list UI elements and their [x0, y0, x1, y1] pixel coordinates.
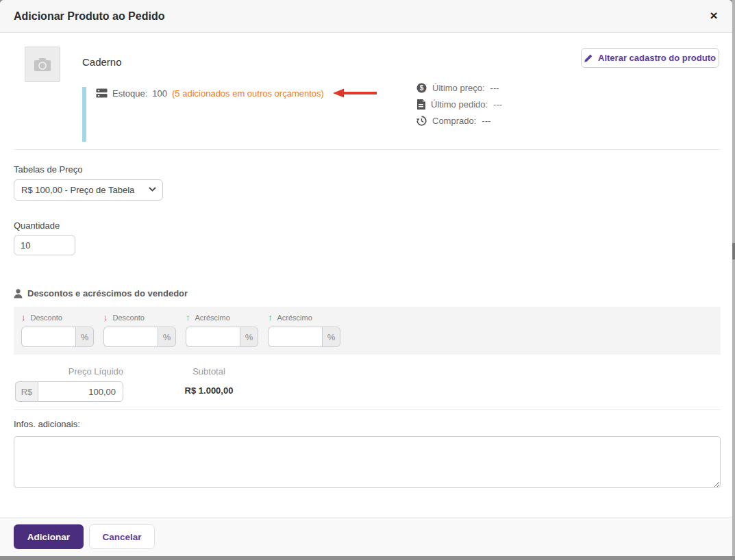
backdrop-edge	[732, 0, 735, 560]
add-product-modal: Adicionar Produto ao Pedido × Caderno Es…	[0, 0, 732, 556]
modal-header: Adicionar Produto ao Pedido ×	[0, 0, 732, 33]
surcharge-field-1: ↑ Acréscimo %	[186, 313, 258, 347]
document-icon	[416, 99, 425, 110]
percent-addon: %	[75, 327, 94, 347]
surcharge-input-1[interactable]	[186, 327, 240, 347]
surcharge-input-2[interactable]	[268, 327, 322, 347]
currency-addon: R$	[15, 381, 38, 402]
last-order-value: ---	[493, 99, 502, 110]
percent-addon: %	[158, 327, 176, 347]
last-order-label: Último pedido:	[431, 99, 488, 110]
subtotal-column: Subtotal R$ 1.000,00	[164, 366, 253, 396]
surcharge-field-2: ↑ Acréscimo %	[268, 313, 340, 347]
close-icon[interactable]: ×	[705, 7, 723, 25]
quantity-input[interactable]	[14, 235, 75, 255]
net-price-input[interactable]	[38, 381, 123, 402]
purchased-row: Comprado: ---	[416, 115, 502, 127]
svg-text:$: $	[420, 84, 424, 92]
add-button[interactable]: Adicionar	[14, 524, 84, 549]
adjustments-heading-text: Descontos e acréscimos do vendedor	[27, 288, 188, 298]
person-icon	[14, 289, 23, 298]
modal-footer: Adicionar Cancelar	[0, 517, 732, 556]
discount-input-1[interactable]	[21, 327, 75, 347]
section-divider	[14, 149, 721, 150]
price-table-select[interactable]: R$ 100,00 - Preço de Tabela	[14, 179, 163, 201]
arrow-down-icon: ↓	[103, 314, 108, 322]
stock-row: Estoque: 100 (5 adicionados em outros or…	[96, 87, 378, 99]
purchased-value: ---	[482, 116, 490, 126]
last-price-row: $ Último preço: ---	[416, 82, 502, 94]
product-history-list: $ Último preço: --- Último pedido: ---	[416, 82, 502, 127]
last-price-label: Último preço:	[432, 83, 485, 93]
last-price-value: ---	[490, 83, 499, 93]
stock-accent-bar	[82, 87, 86, 142]
quantity-label: Quantidade	[14, 220, 60, 231]
annotation-arrow-icon	[333, 88, 378, 98]
pencil-icon	[584, 54, 593, 62]
last-order-row: Último pedido: ---	[416, 99, 502, 110]
history-clock-icon	[416, 116, 427, 126]
product-name: Caderno	[82, 56, 122, 68]
modal-title: Adicionar Produto ao Pedido	[14, 10, 164, 23]
percent-addon: %	[322, 327, 340, 347]
stock-label: Estoque:	[112, 88, 147, 99]
cancel-button[interactable]: Cancelar	[89, 524, 155, 549]
purchased-label: Comprado:	[432, 116, 476, 126]
additional-info-label: Infos. adicionais:	[14, 419, 80, 429]
arrow-up-icon: ↑	[186, 314, 190, 322]
backdrop-edge	[0, 556, 735, 560]
subtotal-value: R$ 1.000,00	[164, 385, 253, 396]
discount-field-2: ↓ Desconto %	[103, 313, 176, 347]
camera-icon	[34, 57, 51, 72]
dollar-circle-icon: $	[416, 83, 427, 93]
stock-value: 100	[152, 88, 167, 99]
percent-addon: %	[240, 327, 258, 347]
arrow-down-icon: ↓	[21, 314, 26, 322]
stock-note-link[interactable]: (5 adicionados em outros orçamentos)	[172, 88, 324, 99]
net-price-column: Preço Líquido R$	[15, 366, 123, 402]
scrollbar-thumb[interactable]	[732, 243, 735, 259]
stock-icon	[96, 88, 108, 99]
discount-field-1: ↓ Desconto %	[21, 313, 94, 347]
adjustments-heading: Descontos e acréscimos do vendedor	[14, 288, 188, 298]
discount-input-2[interactable]	[103, 327, 158, 347]
product-image-placeholder	[25, 47, 60, 82]
subtotal-label: Subtotal	[164, 366, 253, 377]
section-divider	[14, 409, 721, 410]
net-price-label: Preço Líquido	[15, 366, 123, 377]
price-table-label: Tabelas de Preço	[14, 164, 82, 175]
edit-product-button[interactable]: Alterar cadastro do produto	[581, 48, 719, 68]
arrow-up-icon: ↑	[268, 314, 273, 322]
additional-info-textarea[interactable]	[14, 436, 721, 488]
